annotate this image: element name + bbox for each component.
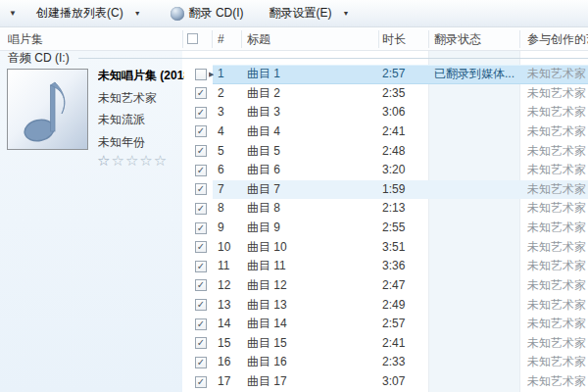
- track-duration: 3:07: [382, 372, 431, 392]
- music-note-icon: [23, 77, 74, 142]
- track-row[interactable]: ✓ 6 曲目 6 3:20 未知艺术家: [182, 161, 588, 180]
- track-checkbox[interactable]: ✓: [195, 241, 207, 253]
- column-header-rip-status[interactable]: 翻录状态: [434, 27, 516, 51]
- track-row[interactable]: ✓ 3 曲目 3 3:06 未知艺术家: [182, 103, 588, 122]
- track-rip-status: 已翻录到媒体...: [434, 65, 517, 84]
- track-checkbox[interactable]: ✓: [195, 318, 207, 330]
- track-duration: 2:47: [382, 276, 431, 296]
- track-checkbox[interactable]: ✓: [195, 337, 207, 349]
- track-title: 曲目 13: [247, 296, 380, 316]
- select-all-checkbox[interactable]: [187, 33, 198, 44]
- track-row[interactable]: ✓ 10 曲目 10 3:51 未知艺术家: [182, 238, 588, 258]
- track-rip-status: [434, 180, 517, 200]
- track-row[interactable]: ✓ 13 曲目 13 2:49 未知艺术家: [182, 296, 588, 316]
- track-artist: 未知艺术家: [527, 334, 588, 354]
- track-number: 13: [218, 296, 245, 316]
- track-artist: 未知艺术家: [527, 180, 588, 200]
- track-number: 8: [218, 199, 245, 219]
- body: 音频 CD (I:) 未知唱片集 (2018/... 未知艺术家 未知流派 未知…: [0, 51, 588, 392]
- track-duration: 2:57: [382, 315, 431, 334]
- track-duration: 3:36: [382, 257, 431, 276]
- track-title: 曲目 15: [247, 334, 380, 354]
- track-checkbox[interactable]: ✓: [195, 203, 207, 215]
- track-rip-status: [434, 142, 517, 162]
- track-checkbox[interactable]: ✓: [195, 376, 207, 388]
- rip-cd-button[interactable]: 翻录 CD(I): [163, 2, 252, 24]
- star-icon[interactable]: ☆: [97, 152, 111, 169]
- chevron-down-icon[interactable]: ▼: [343, 10, 350, 17]
- track-title: 曲目 9: [247, 219, 380, 238]
- track-row[interactable]: ✓ 14 曲目 14 2:57 未知艺术家: [182, 315, 588, 334]
- track-artist: 未知艺术家: [527, 84, 588, 104]
- track-number: 12: [218, 276, 245, 296]
- track-title: 曲目 16: [247, 353, 380, 372]
- track-artist: 未知艺术家: [527, 372, 588, 392]
- track-artist: 未知艺术家: [527, 199, 588, 219]
- track-duration: 2:41: [382, 122, 431, 142]
- track-title: 曲目 4: [247, 122, 380, 142]
- track-checkbox[interactable]: ✓: [195, 261, 207, 272]
- track-checkbox[interactable]: ✓: [195, 299, 207, 311]
- track-number: 15: [218, 334, 245, 354]
- track-row[interactable]: ✓ 7 曲目 7 1:59 未知艺术家: [182, 180, 588, 200]
- play-indicator-icon: ▶: [209, 65, 214, 84]
- track-row[interactable]: ✓ 2 曲目 2 2:35 未知艺术家: [182, 84, 588, 104]
- track-row[interactable]: ✓ 9 曲目 9 2:55 未知艺术家: [182, 219, 588, 238]
- star-icon[interactable]: ☆: [139, 152, 153, 169]
- track-checkbox[interactable]: ✓: [195, 183, 207, 195]
- track-artist: 未知艺术家: [527, 276, 588, 296]
- track-duration: 2:55: [382, 219, 431, 238]
- track-artist: 未知艺术家: [527, 103, 588, 122]
- track-artist: 未知艺术家: [527, 238, 588, 258]
- track-row[interactable]: ✓ 11 曲目 11 3:36 未知艺术家: [182, 257, 588, 276]
- album-rating-stars[interactable]: ☆☆☆☆☆: [97, 153, 168, 169]
- group-divider: [78, 58, 588, 59]
- track-row[interactable]: ✓ 17 曲目 17 3:07 未知艺术家: [182, 372, 588, 392]
- track-checkbox[interactable]: ✓: [195, 279, 207, 291]
- track-artist: 未知艺术家: [527, 296, 588, 316]
- star-icon[interactable]: ☆: [111, 152, 124, 169]
- chevron-down-icon[interactable]: ▼: [134, 10, 141, 17]
- track-title: 曲目 3: [247, 103, 380, 122]
- track-checkbox[interactable]: [195, 69, 207, 80]
- column-header-contributing-artist[interactable]: 参与创作的艺: [527, 27, 588, 51]
- track-title: 曲目 17: [247, 372, 380, 392]
- track-duration: 2:48: [382, 142, 431, 162]
- track-row[interactable]: ✓ 5 曲目 5 2:48 未知艺术家: [182, 142, 588, 162]
- track-checkbox[interactable]: ✓: [195, 357, 207, 368]
- track-rip-status: [434, 84, 517, 104]
- toolbar-overflow-caret-icon[interactable]: ▼: [9, 9, 23, 18]
- track-rip-status: [434, 238, 517, 258]
- track-number: 10: [218, 238, 245, 258]
- track-checkbox[interactable]: ✓: [195, 87, 207, 99]
- track-rip-status: [434, 103, 517, 122]
- track-number: 16: [218, 353, 245, 372]
- track-number: 11: [218, 257, 245, 276]
- track-row[interactable]: ✓ 12 曲目 12 2:47 未知艺术家: [182, 276, 588, 296]
- track-row[interactable]: ✓ 4 曲目 4 2:41 未知艺术家: [182, 122, 588, 142]
- track-row[interactable]: ✓ 16 曲目 16 2:33 未知艺术家: [182, 353, 588, 372]
- star-icon[interactable]: ☆: [125, 152, 139, 169]
- track-duration: 3:51: [382, 238, 431, 258]
- track-checkbox[interactable]: ✓: [195, 222, 207, 234]
- track-number: 3: [218, 103, 245, 122]
- track-number: 14: [218, 315, 245, 334]
- column-header-album[interactable]: 唱片集: [8, 27, 174, 51]
- column-header-title[interactable]: 标题: [247, 27, 374, 51]
- track-number: 17: [218, 372, 245, 392]
- media-player-rip-view: ▼ 创建播放列表(C) ▼ 翻录 CD(I) 翻录设置(E) ▼ 唱片集 # 标…: [0, 0, 588, 392]
- track-checkbox[interactable]: ✓: [195, 145, 207, 157]
- rip-settings-button[interactable]: 翻录设置(E) ▼: [262, 2, 358, 24]
- star-icon[interactable]: ☆: [154, 152, 168, 169]
- track-checkbox[interactable]: ✓: [195, 125, 207, 137]
- track-row[interactable]: ✓ 8 曲目 8 2:13 未知艺术家: [182, 199, 588, 219]
- track-rip-status: [434, 122, 517, 142]
- create-playlist-button[interactable]: 创建播放列表(C) ▼: [28, 2, 149, 24]
- column-header-number[interactable]: #: [218, 27, 237, 51]
- column-header-duration[interactable]: 时长: [382, 27, 425, 51]
- track-row[interactable]: ▶ 1 曲目 1 2:57 已翻录到媒体... 未知艺术家: [182, 65, 588, 84]
- track-row[interactable]: ✓ 15 曲目 15 2:41 未知艺术家: [182, 334, 588, 354]
- track-checkbox[interactable]: ✓: [195, 107, 207, 119]
- track-number: 6: [218, 161, 245, 180]
- track-checkbox[interactable]: ✓: [195, 165, 207, 176]
